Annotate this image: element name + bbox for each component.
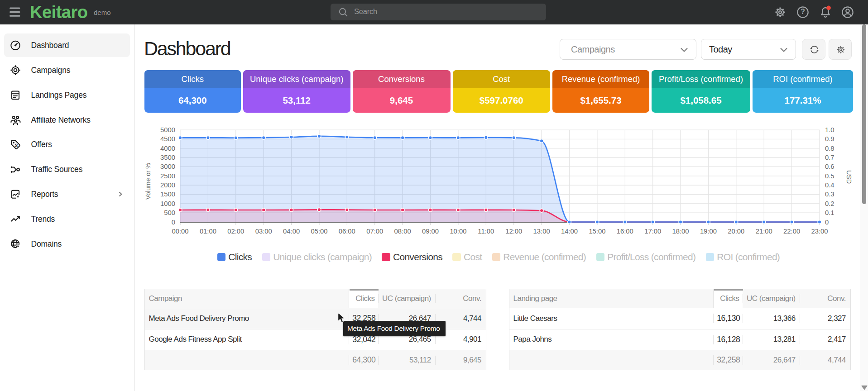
svg-text:09:00: 09:00 — [422, 228, 439, 235]
svg-text:06:00: 06:00 — [339, 228, 355, 235]
svg-text:2500: 2500 — [160, 172, 175, 180]
svg-text:07:00: 07:00 — [366, 228, 383, 235]
svg-text:1000: 1000 — [160, 200, 175, 207]
svg-text:23:00: 23:00 — [811, 228, 828, 235]
svg-text:16:00: 16:00 — [617, 228, 633, 235]
svg-text:02:00: 02:00 — [227, 228, 244, 235]
svg-text:0.6: 0.6 — [825, 163, 834, 170]
svg-text:21:00: 21:00 — [756, 228, 772, 235]
svg-text:03:00: 03:00 — [255, 228, 272, 235]
svg-text:Volume or %: Volume or % — [144, 163, 152, 200]
svg-text:5000: 5000 — [160, 126, 175, 134]
svg-text:14:00: 14:00 — [561, 228, 578, 235]
svg-text:0: 0 — [825, 219, 829, 226]
svg-text:0: 0 — [172, 219, 175, 226]
svg-text:1.0: 1.0 — [825, 126, 834, 134]
svg-text:?: ? — [801, 8, 805, 15]
svg-text:05:00: 05:00 — [311, 228, 327, 235]
svg-text:USD: USD — [845, 170, 853, 184]
svg-text:11:00: 11:00 — [478, 228, 494, 235]
svg-text:1500: 1500 — [160, 191, 175, 198]
svg-text:4000: 4000 — [160, 145, 175, 152]
svg-text:0.4: 0.4 — [825, 181, 834, 189]
svg-text:22:00: 22:00 — [783, 228, 800, 235]
svg-text:4500: 4500 — [160, 135, 175, 143]
svg-text:0.1: 0.1 — [825, 209, 834, 216]
svg-text:0.3: 0.3 — [825, 191, 834, 198]
svg-text:0.5: 0.5 — [825, 172, 834, 180]
svg-text:00:00: 00:00 — [172, 228, 188, 235]
svg-text:0.7: 0.7 — [825, 154, 834, 161]
svg-text:0.9: 0.9 — [825, 135, 834, 143]
svg-text:04:00: 04:00 — [283, 228, 300, 235]
svg-text:0.8: 0.8 — [825, 145, 834, 152]
svg-text:3000: 3000 — [160, 163, 175, 170]
svg-text:20:00: 20:00 — [728, 228, 744, 235]
svg-text:17:00: 17:00 — [644, 228, 661, 235]
svg-text:0.2: 0.2 — [825, 200, 834, 207]
svg-text:2000: 2000 — [160, 181, 175, 189]
svg-text:01:00: 01:00 — [200, 228, 216, 235]
svg-text:13:00: 13:00 — [533, 228, 550, 235]
svg-text:08:00: 08:00 — [394, 228, 411, 235]
svg-text:500: 500 — [164, 209, 175, 216]
svg-text:12:00: 12:00 — [505, 228, 522, 235]
svg-text:3500: 3500 — [160, 154, 175, 161]
svg-text:18:00: 18:00 — [672, 228, 689, 235]
svg-text:15:00: 15:00 — [589, 228, 605, 235]
svg-text:19:00: 19:00 — [700, 228, 717, 235]
svg-text:10:00: 10:00 — [450, 228, 466, 235]
